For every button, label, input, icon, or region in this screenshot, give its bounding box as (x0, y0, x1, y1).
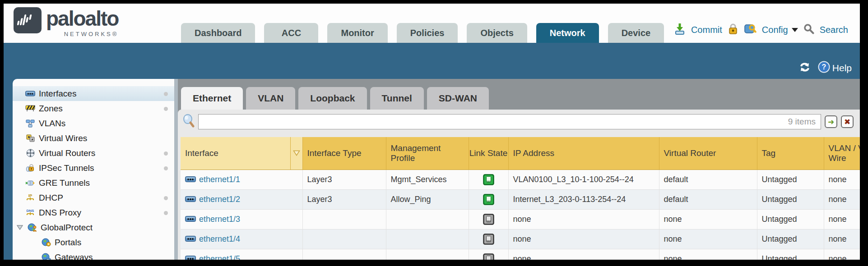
help-link[interactable]: Help (832, 63, 852, 73)
tab-tunnel[interactable]: Tunnel (370, 87, 424, 110)
interface-link[interactable]: ethernet1/1 (199, 175, 240, 184)
sidebar-item-dns-proxy[interactable]: DNSDNS Proxy (13, 205, 174, 220)
sub-header-band: ? Help (4, 43, 860, 79)
table-row-ethernet1-1[interactable]: ethernet1/1Layer3Mgmt_ServicesVLAN0100_L… (181, 170, 860, 189)
column-header-management-profile[interactable]: Management Profile (386, 137, 469, 170)
nav-tab-acc[interactable]: ACC (264, 23, 318, 43)
sidebar-item-interfaces[interactable]: Interfaces (13, 86, 174, 101)
cell-vlan-virtual-wire: none (824, 170, 860, 189)
cell-interface-type (302, 229, 386, 249)
interface-icon (185, 234, 196, 244)
interface-link[interactable]: ethernet1/2 (199, 195, 240, 204)
search-icon[interactable] (803, 23, 814, 37)
svg-text:IP: IP (28, 193, 32, 198)
tab-sd-wan[interactable]: SD-WAN (427, 87, 489, 110)
sidebar-item-label: Virtual Wires (39, 133, 87, 143)
sidebar-item-label: Interfaces (39, 89, 76, 99)
commit-button[interactable]: Commit (691, 25, 722, 35)
tab-loopback[interactable]: Loopback (298, 87, 367, 110)
virtual-wires-icon (25, 134, 35, 143)
sidebar-item-label: DHCP (39, 193, 63, 203)
commit-icon[interactable] (674, 23, 686, 37)
globalprotect-icon (27, 223, 37, 232)
column-header-vlan-virtual-wire[interactable]: VLAN / Virtual Wire (824, 137, 860, 170)
expander-icon[interactable] (16, 224, 23, 231)
cell-interface-type: Layer3 (302, 170, 386, 189)
sidebar-item-label: Virtual Routers (39, 148, 95, 158)
interface-link[interactable]: ethernet1/4 (199, 234, 240, 244)
sidebar-item-virtual-routers[interactable]: Virtual Routers (13, 146, 174, 161)
link-state-down-icon (483, 214, 494, 225)
lock-icon[interactable] (728, 23, 738, 37)
search-link[interactable]: Search (820, 25, 848, 35)
nav-tab-monitor[interactable]: Monitor (327, 23, 387, 43)
clear-filter-button[interactable]: ✖ (841, 115, 854, 128)
sidebar-item-portals[interactable]: Portals (13, 235, 174, 250)
sidebar-item-dhcp[interactable]: IPDHCP (13, 190, 174, 205)
cell-vlan-virtual-wire: none (824, 229, 860, 249)
link-state-down-icon (483, 234, 494, 245)
item-indicator-dot (164, 107, 168, 111)
table-row-ethernet1-5[interactable]: ethernet1/5nonenoneUntaggednone (181, 249, 860, 260)
column-header-interface[interactable]: Interface (181, 137, 290, 170)
column-header-ip-address[interactable]: IP Address (508, 137, 659, 170)
svg-text:DNS: DNS (27, 209, 35, 213)
item-indicator-dot (164, 196, 168, 200)
interface-link[interactable]: ethernet1/5 (199, 254, 240, 260)
sidebar-item-gre-tunnels[interactable]: GRE Tunnels (13, 175, 174, 190)
nav-tab-network[interactable]: Network (536, 23, 599, 43)
sidebar-item-label: Portals (55, 238, 81, 248)
help-icon[interactable]: ? (818, 61, 830, 75)
nav-tab-policies[interactable]: Policies (397, 23, 458, 43)
interfaces-icon (25, 89, 35, 98)
config-icon[interactable] (744, 23, 757, 37)
sidebar-item-vlans[interactable]: VLANs (13, 116, 174, 131)
config-caret-icon[interactable] (792, 28, 798, 32)
table-row-ethernet1-3[interactable]: ethernet1/3nonenoneUntaggednone (181, 209, 860, 229)
filter-magnifier-icon[interactable] (182, 114, 195, 129)
tab-vlan[interactable]: VLAN (246, 87, 295, 110)
interface-icon (185, 254, 196, 260)
sidebar-item-zones[interactable]: Zones (13, 101, 174, 116)
column-header-link-state[interactable]: Link State (469, 137, 508, 170)
link-state-down-icon (483, 253, 494, 260)
brand-subtitle: NETWORKS® (64, 31, 119, 37)
cell-tag: Untagged (757, 170, 824, 189)
cell-virtual-router: default (659, 170, 757, 189)
tab-ethernet[interactable]: Ethernet (181, 87, 243, 110)
nav-tab-device[interactable]: Device (608, 23, 664, 43)
sidebar-item-gateways[interactable]: Gateways (13, 250, 174, 260)
sidebar-scrollbar[interactable] (174, 79, 178, 260)
cell-vlan-virtual-wire: none (824, 249, 860, 260)
table-row-ethernet1-4[interactable]: ethernet1/4nonenoneUntaggednone (181, 229, 860, 249)
column-header-tag[interactable]: Tag (757, 137, 824, 170)
paloalto-logo: paloalto NETWORKS® (14, 7, 118, 37)
network-sidebar: InterfacesZonesVLANsVirtual WiresVirtual… (13, 79, 174, 260)
paloalto-logo-icon (14, 7, 42, 35)
table-row-ethernet1-2[interactable]: ethernet1/2Layer3Allow_PingInternet_L3_2… (181, 189, 860, 209)
cell-ip-address: none (508, 229, 659, 249)
nav-tab-objects[interactable]: Objects (467, 23, 527, 43)
column-header-virtual-router[interactable]: Virtual Router (659, 137, 757, 170)
sidebar-item-ipsec-tunnels[interactable]: IPSec Tunnels (13, 161, 174, 175)
nav-tab-dashboard[interactable]: Dashboard (181, 23, 255, 43)
filter-input[interactable] (198, 114, 821, 129)
sidebar-item-virtual-wires[interactable]: Virtual Wires (13, 131, 174, 146)
top-header: paloalto NETWORKS® DashboardACCMonitorPo… (4, 4, 860, 43)
interface-link[interactable]: ethernet1/3 (199, 215, 240, 224)
app-window: paloalto NETWORKS® DashboardACCMonitorPo… (4, 4, 860, 260)
item-indicator-dot (164, 92, 168, 96)
column-sort-dropdown[interactable] (290, 137, 302, 170)
main-nav-tabs: DashboardACCMonitorPoliciesObjectsNetwor… (181, 23, 664, 43)
link-state-up-icon (483, 174, 494, 185)
items-count: 9 items (788, 117, 816, 127)
column-header-interface-type[interactable]: Interface Type (302, 137, 386, 170)
apply-filter-button[interactable]: ➜ (825, 115, 837, 128)
sidebar-item-globalprotect[interactable]: GlobalProtect (13, 220, 174, 235)
config-menu[interactable]: Config (762, 25, 788, 35)
cell-vlan-virtual-wire: none (824, 209, 860, 229)
cell-virtual-router: none (659, 209, 757, 229)
cell-management-profile (386, 209, 469, 229)
cell-tag: Untagged (757, 229, 824, 249)
refresh-icon[interactable] (799, 62, 811, 75)
